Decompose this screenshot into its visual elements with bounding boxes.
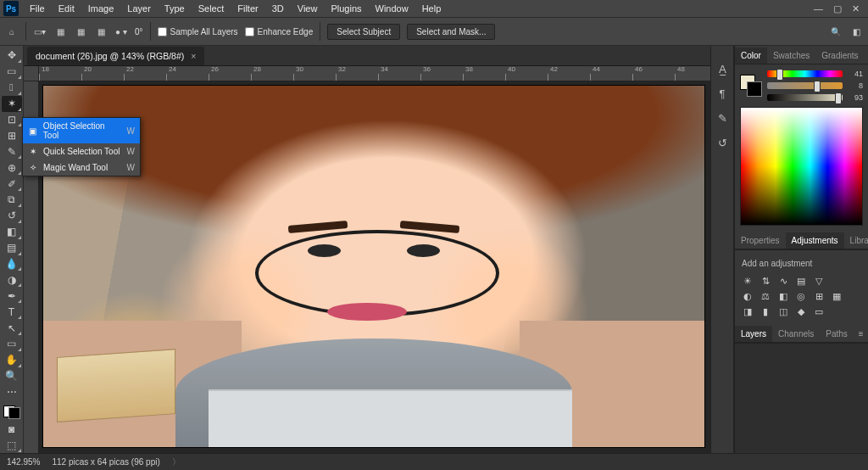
adj-hue-icon[interactable]: ◐ xyxy=(742,290,754,302)
sample-all-layers-checkbox[interactable]: Sample All Layers xyxy=(158,27,238,36)
select-subject-button[interactable]: Select Subject xyxy=(327,24,400,40)
brightness-slider[interactable]: 93 xyxy=(767,93,863,102)
tool-lasso[interactable]: 𓏲 xyxy=(2,80,22,96)
tool-history[interactable]: ↺ xyxy=(2,208,22,224)
window-close-icon[interactable]: ✕ xyxy=(852,3,860,14)
menu-view[interactable]: View xyxy=(292,2,324,15)
ruler-horizontal[interactable]: 1820222426283032343638404244464850525456… xyxy=(39,66,710,81)
tool-gradient[interactable]: ▤ xyxy=(2,240,22,256)
enhance-edge-checkbox[interactable]: Enhance Edge xyxy=(245,27,314,36)
document-tab-close-icon[interactable]: × xyxy=(191,51,196,61)
tab-adjustments[interactable]: Adjustments xyxy=(786,232,844,249)
adj-gradientmap-icon[interactable]: ▭ xyxy=(813,305,825,317)
tool-brush[interactable]: ✐ xyxy=(2,176,22,192)
color-panel-swatches[interactable] xyxy=(740,75,762,97)
home-icon[interactable]: ⌂ xyxy=(5,25,19,38)
window-minimize-icon[interactable]: — xyxy=(814,3,823,14)
adj-invert-icon[interactable]: ◨ xyxy=(742,305,754,317)
tool-hand[interactable]: ✋ xyxy=(2,352,22,368)
status-dimensions: 112 picas x 64 picas (96 ppi) xyxy=(52,457,159,467)
tool-edit-toolbar[interactable]: ⋯ xyxy=(2,384,22,400)
adj-photofilter-icon[interactable]: ◎ xyxy=(795,290,807,302)
menu-filter[interactable]: Filter xyxy=(231,2,264,15)
tool-clone[interactable]: ⧉ xyxy=(2,192,22,208)
status-info-menu-icon[interactable]: 〉 xyxy=(172,456,181,468)
search-icon[interactable]: 🔍 xyxy=(829,25,843,38)
glyphs-panel-icon[interactable]: A̲ xyxy=(719,63,726,76)
select-and-mask-button[interactable]: Select and Mask... xyxy=(407,24,495,40)
tool-crop[interactable]: ⊡ xyxy=(2,112,22,128)
adj-colorbalance-icon[interactable]: ⚖ xyxy=(760,290,771,302)
menu-image[interactable]: Image xyxy=(82,2,120,15)
tool-zoom[interactable]: 🔍 xyxy=(2,368,22,384)
fg-bg-swatches[interactable] xyxy=(2,404,22,422)
adj-channelmixer-icon[interactable]: ⊞ xyxy=(813,290,825,302)
tab-patterns[interactable]: Patterns xyxy=(865,48,868,64)
color-spectrum[interactable] xyxy=(740,107,863,226)
menu-type[interactable]: Type xyxy=(159,2,191,15)
menu-help[interactable]: Help xyxy=(416,2,448,15)
adj-exposure-icon[interactable]: ▤ xyxy=(795,275,807,287)
window-maximize-icon[interactable]: ▢ xyxy=(833,3,842,14)
menu-window[interactable]: Window xyxy=(370,2,415,15)
adj-brightness-icon[interactable]: ☀ xyxy=(742,275,754,287)
tool-object-selection[interactable]: ✶ xyxy=(2,96,22,112)
brush-preset-icon[interactable]: ● ▾ xyxy=(114,25,128,38)
tab-color[interactable]: Color xyxy=(735,48,767,64)
tool-path[interactable]: ↖ xyxy=(2,320,22,336)
adj-levels-icon[interactable]: ⇅ xyxy=(760,275,771,287)
history-panel-icon[interactable]: ↺ xyxy=(718,137,727,149)
canvas[interactable] xyxy=(42,85,705,448)
tool-blur[interactable]: 💧 xyxy=(2,256,22,272)
tool-eyedropper[interactable]: ✎ xyxy=(2,143,22,159)
ruler-origin[interactable] xyxy=(24,66,39,81)
tool-healing[interactable]: ⊕ xyxy=(2,159,22,176)
selection-new-icon[interactable]: ▦ xyxy=(53,25,67,38)
hue-slider[interactable]: 41 xyxy=(767,70,863,78)
menu-edit[interactable]: Edit xyxy=(53,2,81,15)
adj-colorlookup-icon[interactable]: ▦ xyxy=(831,290,843,302)
document-tab[interactable]: document (26).jpg @ 143% (RGB/8#) × xyxy=(27,47,204,65)
adj-selcolor-icon[interactable]: ◆ xyxy=(795,305,807,317)
tab-layers[interactable]: Layers xyxy=(735,326,772,342)
adj-posterize-icon[interactable]: ▮ xyxy=(760,305,771,317)
tool-frame[interactable]: ⊞ xyxy=(2,127,22,143)
adj-threshold-icon[interactable]: ◫ xyxy=(777,305,789,317)
tab-libraries[interactable]: Libraries xyxy=(844,232,868,249)
adj-bw-icon[interactable]: ◧ xyxy=(777,290,789,302)
tool-preset-icon[interactable]: ▭▾ xyxy=(33,25,47,38)
flyout-magic-wand[interactable]: ✧ Magic Wand Tool W xyxy=(23,159,140,176)
tool-dodge[interactable]: ◑ xyxy=(2,271,22,288)
layers-panel[interactable] xyxy=(735,343,868,453)
tab-properties[interactable]: Properties xyxy=(735,232,786,249)
menu-3d[interactable]: 3D xyxy=(266,2,290,15)
tool-move[interactable]: ✥ xyxy=(2,48,22,64)
workspace-icon[interactable]: ◧ xyxy=(849,25,863,38)
menu-file[interactable]: File xyxy=(24,2,51,15)
layers-panel-menu-icon[interactable]: ≡ xyxy=(854,326,868,342)
selection-sub-icon[interactable]: ▦ xyxy=(94,25,108,38)
menu-plugins[interactable]: Plugins xyxy=(325,2,367,15)
menu-select[interactable]: Select xyxy=(192,2,231,15)
tool-shape[interactable]: ▭ xyxy=(2,336,22,352)
tab-paths[interactable]: Paths xyxy=(820,326,854,342)
tab-channels[interactable]: Channels xyxy=(772,326,820,342)
tool-quickmask[interactable]: ◙ xyxy=(2,421,22,437)
flyout-object-selection[interactable]: ▣ Object Selection Tool W xyxy=(23,118,140,143)
tool-screenmode[interactable]: ⬚ xyxy=(2,437,22,453)
tool-marquee[interactable]: ▭ xyxy=(2,64,22,80)
tool-pen[interactable]: ✒ xyxy=(2,288,22,304)
selection-add-icon[interactable]: ▦ xyxy=(74,25,87,38)
brushes-panel-icon[interactable]: ✎ xyxy=(718,112,727,125)
adj-curves-icon[interactable]: ∿ xyxy=(777,275,789,287)
status-zoom[interactable]: 142.95% xyxy=(7,457,40,467)
tool-eraser[interactable]: ◧ xyxy=(2,224,22,240)
character-panel-icon[interactable]: ¶ xyxy=(720,87,726,100)
tab-gradients[interactable]: Gradients xyxy=(815,48,864,64)
adj-vibrance-icon[interactable]: ▽ xyxy=(813,275,825,287)
saturation-slider[interactable]: 8 xyxy=(767,81,863,90)
menu-layer[interactable]: Layer xyxy=(121,2,157,15)
flyout-quick-selection[interactable]: ✶ Quick Selection Tool W xyxy=(23,143,140,159)
tool-type[interactable]: T xyxy=(2,304,22,320)
tab-swatches[interactable]: Swatches xyxy=(767,48,815,64)
